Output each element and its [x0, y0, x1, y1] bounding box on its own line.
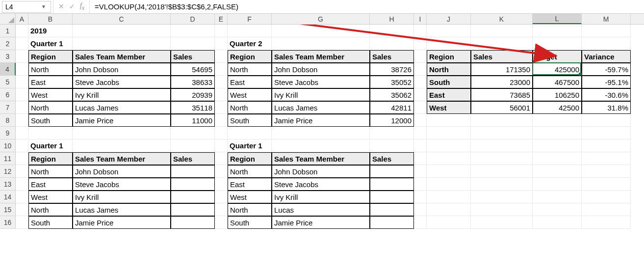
- cell-M8[interactable]: [582, 114, 631, 127]
- formula-input[interactable]: =VLOOKUP(J4,'2018'!$B$3:$C$6,2,FALSE): [90, 0, 644, 13]
- cell-I13[interactable]: [414, 178, 427, 191]
- cell-B1[interactable]: 2019: [28, 25, 73, 37]
- cell-K9[interactable]: [471, 127, 533, 139]
- cell-E2[interactable]: [215, 37, 228, 50]
- cell-H9[interactable]: [370, 127, 414, 139]
- cell-K6[interactable]: 73685: [471, 88, 533, 101]
- cell-M13[interactable]: [582, 178, 631, 191]
- cell-A14[interactable]: [16, 191, 28, 203]
- cell-L5[interactable]: 467500: [533, 76, 582, 88]
- cell-H2[interactable]: [370, 37, 414, 50]
- cell-A15[interactable]: [16, 203, 28, 216]
- cell-L4[interactable]: 425000: [533, 63, 582, 76]
- cell-K13[interactable]: [471, 178, 533, 191]
- cell-B14[interactable]: West: [28, 191, 73, 203]
- cell-A9[interactable]: [16, 127, 28, 139]
- cell-D2[interactable]: [171, 37, 215, 50]
- cell-H16[interactable]: [370, 216, 414, 229]
- cell-E4[interactable]: [215, 63, 228, 76]
- cell-F4[interactable]: North: [228, 63, 272, 76]
- col-header-M[interactable]: M: [582, 14, 631, 24]
- cell-H8[interactable]: 12000: [370, 114, 414, 127]
- cell-M15[interactable]: [582, 203, 631, 216]
- cell-F6[interactable]: West: [228, 88, 272, 101]
- cell-B9[interactable]: [28, 127, 73, 139]
- cell-M9[interactable]: [582, 127, 631, 139]
- cell-D6[interactable]: 20939: [171, 88, 215, 101]
- cell-K15[interactable]: [471, 203, 533, 216]
- cell-E16[interactable]: [215, 216, 228, 229]
- cell-G5[interactable]: Steve Jacobs: [272, 76, 370, 88]
- cell-C13[interactable]: Steve Jacobs: [73, 178, 171, 191]
- cell-L11[interactable]: [533, 152, 582, 165]
- cell-K8[interactable]: [471, 114, 533, 127]
- cell-K3[interactable]: Sales: [471, 50, 533, 63]
- col-header-E[interactable]: E: [215, 14, 228, 24]
- cell-A5[interactable]: [16, 76, 28, 88]
- cell-J7[interactable]: West: [427, 101, 471, 114]
- cell-G7[interactable]: Lucas James: [272, 101, 370, 114]
- cell-B7[interactable]: North: [28, 101, 73, 114]
- cell-D13[interactable]: [171, 178, 215, 191]
- cell-C10[interactable]: [73, 139, 171, 152]
- cell-L7[interactable]: 42500: [533, 101, 582, 114]
- cell-C8[interactable]: Jamie Price: [73, 114, 171, 127]
- cell-F11[interactable]: Region: [228, 152, 272, 165]
- cell-C6[interactable]: Ivy Krill: [73, 88, 171, 101]
- cell-K2[interactable]: [471, 37, 533, 50]
- cell-E3[interactable]: [215, 50, 228, 63]
- cell-D9[interactable]: [171, 127, 215, 139]
- cell-K10[interactable]: [471, 139, 533, 152]
- cancel-icon[interactable]: ✕: [58, 2, 64, 11]
- cell-I6[interactable]: [414, 88, 427, 101]
- cell-M12[interactable]: [582, 165, 631, 178]
- cell-B5[interactable]: East: [28, 76, 73, 88]
- cell-C3[interactable]: Sales Team Member: [73, 50, 171, 63]
- cell-C7[interactable]: Lucas James: [73, 101, 171, 114]
- cell-K4[interactable]: 171350: [471, 63, 533, 76]
- cell-B8[interactable]: South: [28, 114, 73, 127]
- cell-C2[interactable]: [73, 37, 171, 50]
- cell-D7[interactable]: 35118: [171, 101, 215, 114]
- cell-H7[interactable]: 42811: [370, 101, 414, 114]
- cell-E12[interactable]: [215, 165, 228, 178]
- cell-K7[interactable]: 56001: [471, 101, 533, 114]
- select-all-corner[interactable]: [0, 14, 16, 25]
- row-header-4[interactable]: 4: [0, 63, 16, 76]
- cell-J4[interactable]: North: [427, 63, 471, 76]
- cell-F10[interactable]: Quarter 1: [228, 139, 272, 152]
- cell-B6[interactable]: West: [28, 88, 73, 101]
- row-header-9[interactable]: 9: [0, 127, 16, 139]
- cell-G9[interactable]: [272, 127, 370, 139]
- col-header-F[interactable]: F: [228, 14, 272, 24]
- cell-G3[interactable]: Sales Team Member: [272, 50, 370, 63]
- cell-H3[interactable]: Sales: [370, 50, 414, 63]
- cell-D10[interactable]: [171, 139, 215, 152]
- row-header-12[interactable]: 12: [0, 165, 16, 178]
- cell-I10[interactable]: [414, 139, 427, 152]
- cell-C15[interactable]: Lucas James: [73, 203, 171, 216]
- cell-G1[interactable]: [272, 25, 370, 37]
- cell-C5[interactable]: Steve Jacobs: [73, 76, 171, 88]
- cell-J11[interactable]: [427, 152, 471, 165]
- cell-H15[interactable]: [370, 203, 414, 216]
- cell-B16[interactable]: South: [28, 216, 73, 229]
- cell-F9[interactable]: [228, 127, 272, 139]
- cell-M10[interactable]: [582, 139, 631, 152]
- cell-K12[interactable]: [471, 165, 533, 178]
- cell-J6[interactable]: East: [427, 88, 471, 101]
- cell-G11[interactable]: Sales Team Member: [272, 152, 370, 165]
- cell-L2[interactable]: [533, 37, 582, 50]
- cell-A11[interactable]: [16, 152, 28, 165]
- cell-F2[interactable]: Quarter 2: [228, 37, 272, 50]
- cell-A8[interactable]: [16, 114, 28, 127]
- cell-L6[interactable]: 106250: [533, 88, 582, 101]
- cell-E9[interactable]: [215, 127, 228, 139]
- cell-E13[interactable]: [215, 178, 228, 191]
- cell-J16[interactable]: [427, 216, 471, 229]
- cell-B13[interactable]: East: [28, 178, 73, 191]
- cell-M2[interactable]: [582, 37, 631, 50]
- cell-M16[interactable]: [582, 216, 631, 229]
- cell-F3[interactable]: Region: [228, 50, 272, 63]
- cell-D5[interactable]: 38633: [171, 76, 215, 88]
